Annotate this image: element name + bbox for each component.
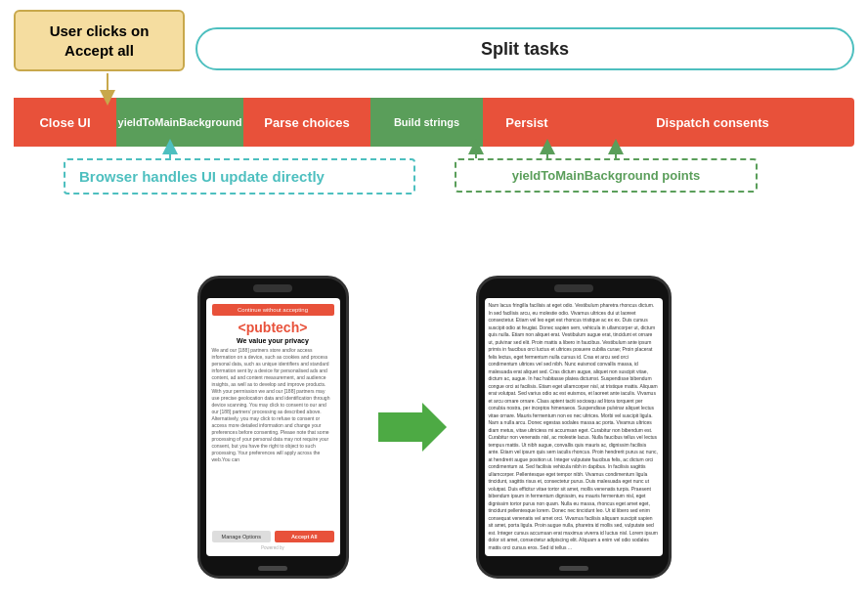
cmp-buttons: Manage Options Accept All (212, 531, 334, 542)
build-label: Build strings (370, 116, 483, 128)
pipeline-segment-yield1: yieldToMainBackground (116, 98, 243, 147)
phone-article: Nam lacus fringilla facilisis at eget od… (476, 276, 672, 579)
yield-points-box: yieldToMainBackground points (455, 158, 758, 193)
user-clicks-label: User clicks on Accept all (50, 22, 150, 59)
yield1-label: yieldToMainBackground (116, 116, 243, 128)
split-tasks-label: Split tasks (481, 39, 569, 60)
svg-marker-5 (378, 403, 447, 452)
article-body: Nam lacus fringilla facilisis at eget od… (485, 298, 663, 556)
manage-options-button[interactable]: Manage Options (212, 531, 272, 542)
user-clicks-box: User clicks on Accept all (14, 10, 185, 71)
phone-home-button-2 (559, 566, 588, 571)
pipeline-segment-parse: Parse choices (243, 98, 370, 147)
phone-cmp: Continue without accepting <pubtech> We … (197, 276, 349, 579)
phone-screen-cmp: Continue without accepting <pubtech> We … (206, 298, 340, 556)
pipeline-segment-persist: Persist (483, 98, 571, 147)
cmp-body-text: We and our [188] partners store and/or a… (212, 347, 334, 463)
transition-arrow (378, 403, 447, 452)
cmp-logo: <pubtech> (212, 320, 334, 335)
phone-notch (253, 284, 292, 292)
yield-points-label: yieldToMainBackground points (512, 168, 701, 183)
cmp-top-bar: Continue without accepting (212, 304, 334, 316)
diagram-section: User clicks on Accept all Split tasks Cl… (0, 0, 868, 254)
pipeline-segment-build: Build strings (370, 98, 483, 147)
accept-all-button[interactable]: Accept All (275, 531, 334, 542)
cmp-dialog: Continue without accepting <pubtech> We … (206, 298, 340, 556)
pipeline-segment-dispatch: Dispatch consents (571, 98, 854, 147)
browser-handles-box: Browser handles UI update directly (64, 158, 415, 194)
phone-screen-article: Nam lacus fringilla facilisis at eget od… (485, 298, 663, 556)
close-ui-label: Close UI (14, 115, 116, 130)
browser-handles-label: Browser handles UI update directly (79, 168, 325, 185)
cmp-title: We value your privacy (212, 337, 334, 344)
persist-label: Persist (483, 115, 571, 130)
phone-notch-2 (554, 284, 593, 292)
pipeline-segment-close-ui: Close UI (14, 98, 116, 147)
phone-home-button (258, 566, 287, 571)
parse-label: Parse choices (243, 115, 370, 130)
bottom-section: Continue without accepting <pubtech> We … (0, 249, 868, 605)
cmp-footer: Powered by (212, 545, 334, 550)
dispatch-label: Dispatch consents (571, 115, 854, 130)
arrow-right-icon (378, 403, 447, 452)
split-tasks-pill: Split tasks (195, 27, 854, 70)
